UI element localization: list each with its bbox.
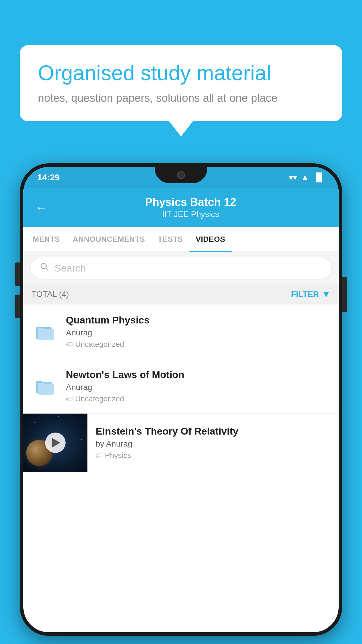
svg-rect-5 <box>38 384 54 395</box>
play-button[interactable] <box>45 433 66 453</box>
svg-point-13 <box>67 431 67 431</box>
battery-icon: ▐▌ <box>313 173 325 182</box>
wifi-icon: ▾▾ <box>289 173 297 182</box>
svg-line-1 <box>46 268 48 270</box>
tag-label: Physics <box>105 451 131 460</box>
video-author: Anurag <box>66 383 331 392</box>
video-info: Einstein's Theory Of Relativity by Anura… <box>96 417 331 468</box>
svg-point-11 <box>32 437 32 437</box>
folder-icon <box>31 373 58 399</box>
video-list: Quantum Physics Anurag 🏷 Uncategorized <box>23 304 339 472</box>
status-time: 14:29 <box>37 172 60 182</box>
filter-label: FILTER <box>291 290 319 299</box>
tab-ments[interactable]: MENTS <box>26 227 66 251</box>
svg-point-10 <box>58 416 59 417</box>
tab-tests[interactable]: TESTS <box>151 227 189 251</box>
phone-frame: 14:29 ▾▾ ▲ ▐▌ ← Physics Batch 12 IIT JEE… <box>20 163 342 636</box>
filter-bar: TOTAL (4) FILTER ▼ <box>23 284 339 304</box>
video-author: by Anurag <box>96 439 331 449</box>
svg-point-9 <box>78 428 79 428</box>
back-button[interactable]: ← <box>35 201 47 215</box>
phone-screen: 14:29 ▾▾ ▲ ▐▌ ← Physics Batch 12 IIT JEE… <box>23 167 339 632</box>
svg-rect-3 <box>38 329 54 340</box>
search-icon <box>40 262 49 274</box>
video-author: Anurag <box>66 328 331 337</box>
bubble-subtitle: notes, question papers, solutions all at… <box>38 92 324 104</box>
batch-subtitle: IIT JEE Physics <box>54 210 327 219</box>
tag-label: Uncategorized <box>75 394 124 403</box>
video-title: Newton's Laws of Motion <box>66 369 331 380</box>
video-info: Newton's Laws of Motion Anurag 🏷 Uncateg… <box>66 369 331 403</box>
speech-bubble: Organised study material notes, question… <box>20 45 342 121</box>
tab-videos[interactable]: VIDEOS <box>189 227 232 251</box>
svg-point-12 <box>81 440 82 440</box>
bubble-title: Organised study material <box>38 60 324 85</box>
svg-point-7 <box>46 418 47 418</box>
video-title: Quantum Physics <box>66 314 331 326</box>
filter-button[interactable]: FILTER ▼ <box>291 289 331 299</box>
list-item[interactable]: Einstein's Theory Of Relativity by Anura… <box>23 414 339 472</box>
video-tag: 🏷 Physics <box>96 451 331 460</box>
tag-label: Uncategorized <box>75 340 124 349</box>
search-container: Search <box>23 252 339 284</box>
video-info: Quantum Physics Anurag 🏷 Uncategorized <box>66 314 331 349</box>
phone-button-power <box>342 277 347 312</box>
video-thumbnail <box>23 414 87 472</box>
phone-button-vol-down <box>15 295 20 318</box>
video-title: Einstein's Theory Of Relativity <box>96 426 331 437</box>
play-icon <box>52 438 60 447</box>
search-placeholder: Search <box>55 262 86 274</box>
thumbnail-bg <box>23 414 87 472</box>
app-header: ← Physics Batch 12 IIT JEE Physics <box>23 188 339 227</box>
header-title-block: Physics Batch 12 IIT JEE Physics <box>54 196 327 219</box>
tag-icon: 🏷 <box>66 340 73 349</box>
folder-icon <box>31 318 58 345</box>
list-item[interactable]: Newton's Laws of Motion Anurag 🏷 Uncateg… <box>23 359 339 414</box>
svg-point-8 <box>70 421 71 421</box>
video-tag: 🏷 Uncategorized <box>66 394 331 403</box>
tag-icon: 🏷 <box>96 452 103 460</box>
screen-content: ← Physics Batch 12 IIT JEE Physics MENTS… <box>23 188 339 632</box>
tabs-bar: MENTS ANNOUNCEMENTS TESTS VIDEOS <box>23 227 339 252</box>
list-item[interactable]: Quantum Physics Anurag 🏷 Uncategorized <box>23 304 339 359</box>
batch-title: Physics Batch 12 <box>54 196 327 209</box>
camera <box>177 171 185 179</box>
total-count: TOTAL (4) <box>31 290 69 299</box>
tag-icon: 🏷 <box>66 395 73 403</box>
signal-icon: ▲ <box>301 173 309 182</box>
svg-point-6 <box>35 422 36 423</box>
filter-icon: ▼ <box>322 289 331 299</box>
tab-announcements[interactable]: ANNOUNCEMENTS <box>66 227 152 251</box>
phone-button-vol-up <box>15 262 20 286</box>
status-bar: 14:29 ▾▾ ▲ ▐▌ <box>23 167 339 188</box>
notch <box>155 167 207 183</box>
video-tag: 🏷 Uncategorized <box>66 340 331 349</box>
search-box[interactable]: Search <box>30 257 332 279</box>
status-icons: ▾▾ ▲ ▐▌ <box>289 173 325 182</box>
